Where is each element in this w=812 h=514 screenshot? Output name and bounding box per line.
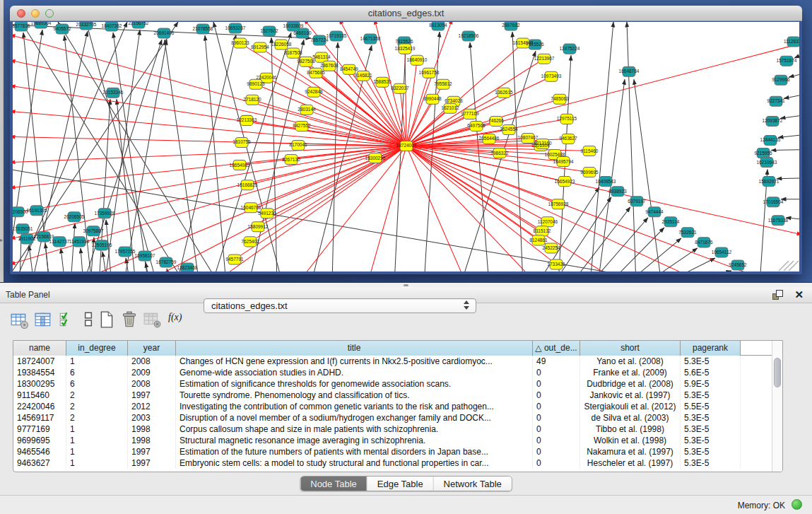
table-cell: 5.9E-5 [681,378,741,390]
table-cell: 9115460 [13,390,66,401]
table-cell: Disruption of a novel member of a sodium… [176,412,533,424]
network-node-label: 6379197 [628,199,646,204]
network-node-label: 5461314 [312,54,331,59]
network-node-label: 9405572 [53,26,71,31]
select-all-icon[interactable] [58,310,76,329]
column-header-in_degree[interactable]: in_degree [66,341,128,356]
network-node-label: 3624554 [500,127,518,132]
resize-grip-icon[interactable] [779,261,799,271]
network-node-label: 9227341 [767,98,785,103]
window-titlebar[interactable]: citations_edges.txt [10,6,802,21]
table-cell: 9777169 [13,424,66,435]
table-cell: 5.3E-5 [681,457,741,469]
table-cell: 1997 [128,446,176,457]
window-title: citations_edges.txt [10,8,802,18]
network-node-label: 21078558 [193,26,213,31]
table-cell: 0 [533,412,580,424]
table-row[interactable]: 2242004622012Investigating the contribut… [13,401,741,412]
column-visibility-icon[interactable] [34,310,52,329]
network-node-label: 16958107 [135,253,155,258]
column-header-year[interactable]: year [128,341,176,356]
table-mode-icon[interactable] [10,310,28,329]
vertical-scrollbar[interactable] [772,341,782,472]
network-node-label: 22420046 [257,75,277,80]
network-node-label: 12823468 [177,265,198,270]
table-cell: Investigating the contribution of common… [176,401,533,412]
network-node-label: 15892971 [759,179,779,184]
network-node-label: 20564486 [479,136,500,141]
table-cell: Structural magnetic resonance image aver… [176,435,533,446]
table-cell: Stergiakouli et al. (2012) [580,401,681,412]
network-node-label: 6734028 [445,98,463,103]
table-row[interactable]: 946362711997Embryonic stem cells: a mode… [13,457,741,469]
network-view-window: citations_edges.txt 85778361988930494055… [10,6,802,274]
network-node-label: 8124861 [529,238,548,243]
column-header-short[interactable]: short [580,341,681,356]
network-node-label: 18640910 [407,57,428,62]
tab-edge-table[interactable]: Edge Table [367,477,434,491]
column-header-out_de[interactable]: △ out_de... [533,341,580,356]
float-panel-button[interactable] [772,290,784,300]
network-node-label: 2452254 [542,245,560,250]
splitter-handle[interactable] [404,284,408,286]
scrollbar-thumb[interactable] [774,358,781,387]
network-node-label: 18654985 [230,163,250,168]
network-node-label: 2718120 [243,97,261,102]
create-table-icon[interactable] [98,310,116,329]
table-cell: 1998 [128,435,176,446]
function-builder-icon[interactable]: f(x) [168,310,187,329]
column-header-title[interactable]: title [176,341,533,356]
network-canvas[interactable]: 8577836198893049405572203327051840736222… [13,22,799,271]
delete-table-icon[interactable] [120,310,139,329]
network-node-label: 18226058 [271,42,292,47]
import-table-icon[interactable] [143,310,161,329]
table-type-segmented-control: Node TableEdge TableNetwork Table [300,476,512,491]
network-node-label: 11128337 [784,39,799,44]
network-node-label: 10973493 [541,74,562,78]
network-node-label: 9245652 [729,262,747,267]
network-node-label: 1621012 [441,105,459,110]
table-row[interactable]: 1456911722003Disruption of a novel membe… [13,412,741,424]
network-node-label: 1362615 [495,90,513,95]
table-source-dropdown[interactable]: citations_edges.txt [204,298,476,313]
table-cell: Corpus callosum shape and size in male p… [176,424,533,435]
network-node-label: 8471676 [695,240,713,245]
table-cell: 2 [66,401,128,412]
close-panel-button[interactable]: ✕ [794,288,804,301]
memory-status-icon[interactable] [792,499,802,510]
column-header-name[interactable]: name [13,341,66,356]
table-row[interactable]: 969969511998Structural magnetic resonanc… [13,435,741,446]
network-canvas-area: 8577836198893049405572203327051840736222… [13,22,799,271]
table-row[interactable]: 1830029562008Estimation of significance … [13,378,741,390]
network-node-label: 8454749 [340,66,358,71]
table-cell: 2008 [128,356,176,367]
table-row[interactable]: 946554611997Estimation of the future num… [13,446,741,457]
column-header-pagerank[interactable]: pagerank [681,341,741,356]
table-row[interactable]: 1938455462009Genome-wide association stu… [13,367,741,378]
network-node-label: 18407362 [102,23,122,28]
network-node-label: 8912954 [251,45,269,49]
table-row[interactable]: 911546021997Tourette syndrome. Phenomeno… [13,390,741,401]
network-node-label: 20691406 [154,30,175,35]
table-cell: Franke et al. (2009) [580,367,681,378]
network-node-label: 16782759 [156,259,177,264]
table-cell: 5.3E-5 [681,446,741,457]
collapse-arrow-icon[interactable]: ▸ [0,236,6,245]
tab-network-table[interactable]: Network Table [434,477,512,491]
network-node-label: 6497568 [467,123,486,128]
network-node-label: 18756928 [548,201,569,206]
table-cell: Estimation of significance thresholds fo… [176,378,533,390]
panel-splitter[interactable] [0,282,812,287]
row-toggle-icon[interactable] [79,310,98,329]
network-node-label: 16409543 [596,179,616,184]
network-node-label: 746266 [488,118,504,123]
table-row[interactable]: 977716911998Corpus callosum shape and si… [13,424,741,435]
network-node-label: 17359928 [95,211,115,216]
network-node-label: 16961758 [419,70,440,75]
tab-node-table[interactable]: Node Table [300,477,367,491]
network-node-label: 8990448 [423,96,442,101]
table-row[interactable]: 1872400712008Changes of HCN gene express… [13,356,741,367]
network-node-label: 8187508 [284,50,302,55]
network-node-label: 8475685 [307,70,325,75]
table-cell: Estimation of the future numbers of pati… [176,446,533,457]
